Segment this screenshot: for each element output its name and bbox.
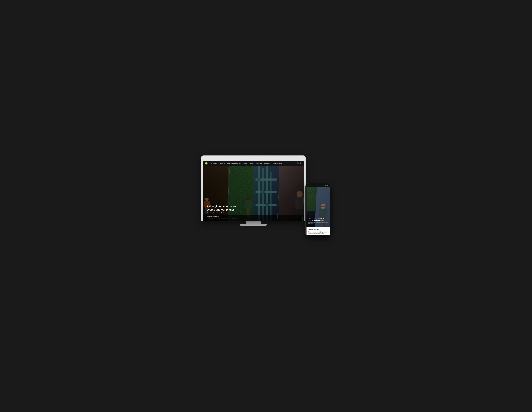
imac-device: Who we are What we do Global products an…	[201, 156, 305, 226]
iphone-status-right: 🔍	[325, 185, 328, 186]
hero-cta-description: bp has started 2024 with a financially r…	[207, 218, 238, 219]
hero-cta-title[interactable]: First quarter 2024 results →	[207, 216, 300, 217]
iphone-status-bar: ≡ 🔍	[306, 184, 330, 187]
nav-item-what-we-do[interactable]: What we do	[218, 161, 226, 166]
nav-item-energy-economics[interactable]: Energy economics	[272, 161, 283, 166]
hamburger-menu-icon[interactable]: ≡	[308, 185, 309, 186]
imac-camera	[253, 158, 253, 159]
search-icon[interactable]: 🔍	[300, 162, 302, 164]
bp-nav-items: Who we are What we do Global products an…	[210, 161, 297, 166]
iphone-search-icon[interactable]: 🔍	[327, 185, 328, 186]
bp-navbar: Who we are What we do Global products an…	[203, 161, 304, 166]
iphone-woman-figure	[317, 203, 329, 227]
hero-cta-bar: First quarter 2024 results → bp has star…	[203, 215, 304, 221]
imac-foot	[240, 224, 266, 226]
nav-item-global-products[interactable]: Global products and services	[226, 161, 242, 166]
iphone-hero-content: Reimagining energy for people and our pl…	[308, 217, 328, 224]
svg-rect-44	[325, 209, 327, 216]
iphone-hero-subtext: We want to help the world reach net zero…	[308, 222, 328, 224]
bp-nav-right: 🌐 🔍	[297, 162, 302, 164]
globe-icon[interactable]: 🌐	[297, 162, 299, 164]
iphone-hero: Reimagining energy for people and our pl…	[306, 187, 330, 227]
iphone-screen: Reimagining energy for people and our pl…	[306, 187, 330, 235]
nav-item-who-we-are[interactable]: Who we are	[210, 161, 218, 166]
nav-item-careers[interactable]: Careers	[242, 161, 248, 166]
bp-logo-dot	[325, 185, 326, 186]
iphone-hero-headline: Reimagining energy for people and our pl…	[308, 217, 328, 221]
hero-subtext: We want to help the world reach net zero…	[207, 212, 243, 213]
bp-website: Who we are What we do Global products an…	[203, 161, 304, 221]
imac-neck	[246, 221, 261, 224]
nav-item-sustainability[interactable]: Sustainability	[263, 161, 272, 166]
svg-rect-42	[320, 209, 326, 218]
imac-screen: Who we are What we do Global products an…	[203, 161, 304, 221]
nav-item-investors[interactable]: Investors	[248, 161, 255, 166]
bp-hero: Reimagining energy for people and our pl…	[203, 166, 304, 221]
bp-logo[interactable]	[205, 162, 208, 165]
svg-rect-41	[321, 206, 325, 207]
hero-headline: Reimagining energy for people and our pl…	[207, 205, 245, 211]
hero-content: Reimagining energy for people and our pl…	[207, 205, 300, 213]
nav-item-newsroom[interactable]: Newsroom	[255, 161, 263, 166]
iphone-frame: ≡ 🔍	[305, 183, 331, 236]
imac-frame: Who we are What we do Global products an…	[201, 156, 305, 221]
svg-rect-43	[319, 209, 321, 216]
iphone-cta-title[interactable]: First quarter 2024 results →	[308, 229, 328, 230]
iphone-status-left: ≡	[308, 185, 309, 186]
svg-point-3	[206, 163, 207, 164]
iphone-cta-bar: First quarter 2024 results → bp has star…	[306, 227, 330, 235]
imac-camera-bar	[203, 157, 304, 160]
imac-camera-dot	[254, 159, 254, 159]
iphone-cta-description: bp has started 2024 with a financially r…	[308, 231, 328, 234]
iphone-device: ≡ 🔍	[305, 183, 331, 236]
scene: Who we are What we do Global products an…	[194, 152, 338, 260]
